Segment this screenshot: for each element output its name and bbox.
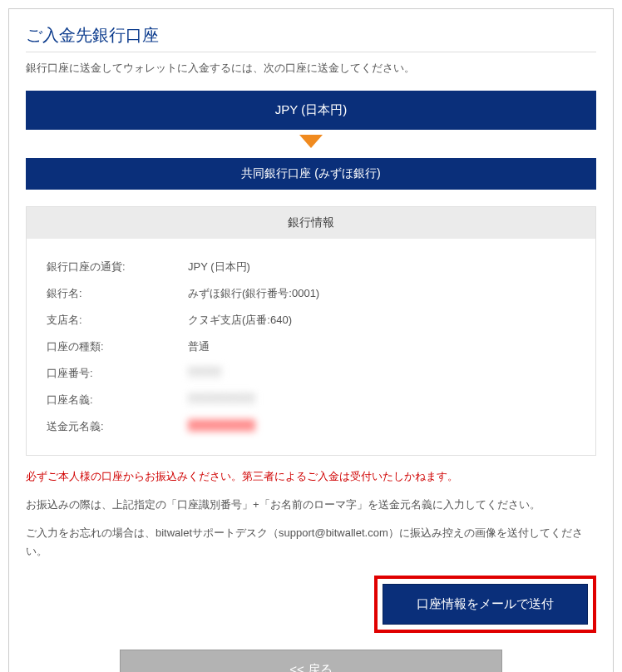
value-currency: JPY (日本円) (188, 259, 575, 274)
highlight-frame: 口座情報をメールで送付 (374, 576, 596, 633)
label-account-number: 口座番号: (47, 366, 188, 381)
label-account-type: 口座の種類: (47, 339, 188, 354)
svg-marker-0 (299, 135, 323, 148)
table-row: 口座名義: **************** (47, 387, 575, 413)
table-row: 送金元名義: **************** (47, 413, 575, 440)
back-button[interactable]: << 戻る (120, 650, 502, 672)
button-wrap: 口座情報をメールで送付 (26, 576, 596, 633)
warning-text: 必ずご本人様の口座からお振込みください。第三者によるご入金は受付いたしかねます。 (26, 469, 596, 484)
send-by-email-button[interactable]: 口座情報をメールで送付 (383, 584, 588, 625)
value-account-type: 普通 (188, 339, 575, 354)
subtitle: 銀行口座に送金してウォレットに入金するには、次の口座に送金してください。 (26, 61, 596, 76)
label-account-holder: 口座名義: (47, 393, 188, 408)
bank-banner: 共同銀行口座 (みずほ銀行) (26, 158, 596, 190)
label-branch: 支店名: (47, 313, 188, 328)
bank-info-box: 銀行情報 銀行口座の通貨: JPY (日本円) 銀行名: みずほ銀行(銀行番号:… (26, 206, 596, 456)
value-branch: クヌギ支店(店番:640) (188, 313, 575, 328)
label-sender-name: 送金元名義: (47, 419, 188, 434)
value-account-holder: **************** (188, 393, 575, 408)
table-row: 銀行口座の通貨: JPY (日本円) (47, 254, 575, 280)
page-title: ご入金先銀行口座 (26, 24, 596, 52)
value-bank-name: みずほ銀行(銀行番号:0001) (188, 286, 575, 301)
label-bank-name: 銀行名: (47, 286, 188, 301)
table-row: 口座の種類: 普通 (47, 334, 575, 360)
label-currency: 銀行口座の通貨: (47, 259, 188, 274)
deposit-bank-panel: ご入金先銀行口座 銀行口座に送金してウォレットに入金するには、次の口座に送金して… (8, 8, 614, 672)
note-text-2: ご入力をお忘れの場合は、bitwaletサポートデスク（support@bitw… (26, 524, 596, 561)
table-row: 口座番号: ******** (47, 360, 575, 387)
bank-info-header: 銀行情報 (27, 207, 595, 239)
currency-banner: JPY (日本円) (26, 91, 596, 130)
value-account-number: ******** (188, 366, 575, 381)
bank-info-body: 銀行口座の通貨: JPY (日本円) 銀行名: みずほ銀行(銀行番号:0001)… (27, 239, 595, 455)
table-row: 銀行名: みずほ銀行(銀行番号:0001) (47, 280, 575, 307)
note-text-1: お振込みの際は、上記指定の「口座識別番号」+「お名前のローマ字」を送金元名義に入… (26, 496, 596, 514)
value-sender-name: **************** (188, 419, 575, 434)
table-row: 支店名: クヌギ支店(店番:640) (47, 307, 575, 334)
arrow-down-icon (26, 135, 596, 151)
